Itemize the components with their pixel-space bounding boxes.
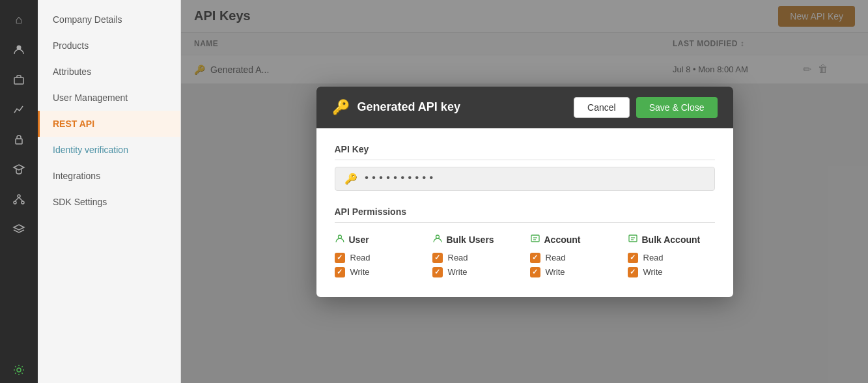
svg-point-6 (21, 201, 24, 204)
svg-marker-9 (14, 225, 24, 230)
nodes-nav-icon[interactable] (6, 186, 32, 212)
svg-point-11 (338, 235, 341, 238)
account-read-permission: Read (530, 253, 617, 263)
svg-line-7 (15, 197, 19, 201)
bulk-account-read-permission: Read (628, 253, 715, 263)
user-write-label: Write (350, 267, 370, 277)
permissions-grid: User Read Write (335, 233, 715, 281)
api-key-section-title: API Key (335, 144, 715, 160)
layers-nav-icon[interactable] (6, 216, 32, 242)
briefcase-nav-icon[interactable] (6, 66, 32, 92)
svg-point-5 (14, 201, 16, 204)
svg-rect-2 (16, 139, 22, 144)
home-nav-icon[interactable]: ⌂ (6, 7, 32, 33)
bulk-account-write-checkbox[interactable] (628, 267, 638, 277)
svg-point-10 (17, 368, 21, 372)
user-read-label: Read (350, 253, 371, 262)
sidebar-item-user-management[interactable]: User Management (38, 85, 180, 111)
bulk-account-group-header: Bulk Account (628, 233, 715, 246)
sidebar: Company Details Products Attributes User… (38, 0, 181, 383)
bulk-users-read-permission: Read (432, 253, 520, 263)
modal-key-icon: 🔑 (332, 99, 350, 116)
permissions-section: API Permissions User (335, 206, 715, 281)
bulk-account-read-label: Read (643, 253, 664, 262)
account-group-header: Account (530, 233, 617, 246)
user-write-permission: Write (335, 267, 422, 277)
sidebar-item-integrations[interactable]: Integrations (38, 163, 180, 189)
account-group-label: Account (544, 234, 581, 245)
permission-group-account: Account Read Write (530, 233, 617, 281)
api-key-icon: 🔑 (344, 173, 357, 185)
users-nav-icon[interactable] (6, 36, 32, 63)
modal-overlay: 🔑 Generated API key Cancel Save & Close … (181, 0, 868, 383)
svg-marker-3 (14, 165, 24, 170)
generated-api-key-modal: 🔑 Generated API key Cancel Save & Close … (316, 87, 733, 297)
sidebar-item-attributes[interactable]: Attributes (38, 59, 180, 85)
svg-point-12 (436, 235, 439, 238)
cancel-button[interactable]: Cancel (574, 97, 630, 118)
bulk-users-write-label: Write (448, 267, 468, 277)
modal-body: API Key 🔑 •••••••••• API Permissions (316, 128, 733, 297)
user-group-icon (335, 233, 345, 246)
graduation-nav-icon[interactable] (6, 156, 32, 182)
permission-group-bulk-account: Bulk Account Read Write (628, 233, 715, 281)
api-key-field: 🔑 •••••••••• (335, 167, 715, 191)
svg-rect-13 (531, 235, 539, 242)
account-write-label: Write (546, 267, 565, 277)
modal-title: Generated API key (357, 100, 460, 114)
permission-group-user: User Read Write (335, 233, 422, 281)
user-group-header: User (335, 233, 422, 246)
bulk-users-read-checkbox[interactable] (432, 253, 443, 263)
bulk-users-group-icon (432, 233, 443, 246)
modal-action-buttons: Cancel Save & Close (574, 97, 717, 118)
permissions-section-title: API Permissions (335, 206, 715, 223)
bulk-users-write-permission: Write (432, 267, 520, 277)
sidebar-item-rest-api[interactable]: REST API (38, 111, 180, 137)
icon-nav: ⌂ (0, 0, 38, 383)
modal-header: 🔑 Generated API key Cancel Save & Close (316, 87, 733, 128)
user-read-permission: Read (335, 253, 422, 263)
svg-point-4 (18, 195, 20, 197)
account-read-checkbox[interactable] (530, 253, 540, 263)
api-key-value: •••••••••• (364, 173, 436, 184)
sidebar-item-products[interactable]: Products (38, 33, 180, 59)
svg-rect-1 (14, 78, 23, 84)
bulk-users-group-label: Bulk Users (447, 234, 494, 245)
main-content: API Keys New API Key NAME LAST MODIFIED … (181, 0, 868, 383)
user-read-checkbox[interactable] (335, 253, 345, 263)
sidebar-item-sdk-settings[interactable]: SDK Settings (38, 189, 180, 215)
bulk-account-read-checkbox[interactable] (628, 253, 638, 263)
modal-title-area: 🔑 Generated API key (332, 99, 460, 116)
sidebar-item-company-details[interactable]: Company Details (38, 7, 180, 33)
svg-line-8 (19, 197, 23, 201)
sidebar-item-identity-verification[interactable]: Identity verification (38, 137, 180, 163)
user-write-checkbox[interactable] (335, 267, 345, 277)
account-write-permission: Write (530, 267, 617, 277)
bulk-users-write-checkbox[interactable] (432, 267, 443, 277)
account-write-checkbox[interactable] (530, 267, 540, 277)
permission-group-bulk-users: Bulk Users Read Write (432, 233, 520, 281)
bulk-account-group-icon (628, 233, 638, 246)
svg-rect-16 (629, 235, 637, 242)
save-close-button[interactable]: Save & Close (636, 97, 718, 118)
settings-nav-icon[interactable] (6, 357, 32, 383)
chart-nav-icon[interactable] (6, 96, 32, 122)
bulk-account-write-label: Write (643, 267, 663, 277)
user-group-label: User (349, 234, 369, 245)
account-group-icon (530, 233, 540, 246)
bulk-account-write-permission: Write (628, 267, 715, 277)
bulk-users-read-label: Read (448, 253, 468, 262)
lock-nav-icon[interactable] (6, 126, 32, 152)
bulk-users-group-header: Bulk Users (432, 233, 520, 246)
account-read-label: Read (546, 253, 566, 262)
bulk-account-group-label: Bulk Account (642, 234, 701, 245)
